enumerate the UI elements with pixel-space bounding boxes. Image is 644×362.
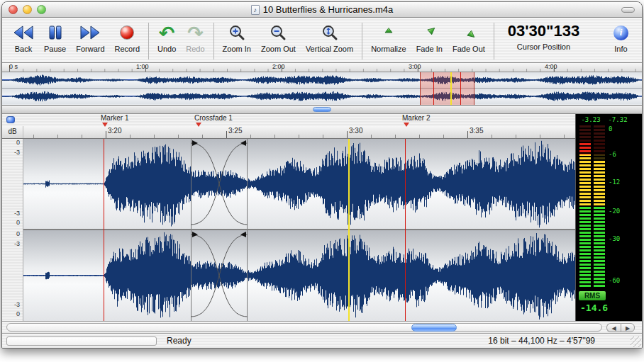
marker[interactable]: Marker 2 [402, 115, 430, 130]
zoom-button[interactable] [37, 5, 46, 14]
marker[interactable]: Crossfade 1 [194, 115, 233, 130]
playback-cursor-line[interactable] [348, 139, 350, 321]
db-value: 0 [16, 140, 20, 146]
channel-left[interactable] [23, 139, 575, 229]
marker-label: Crossfade 1 [194, 115, 233, 122]
close-button[interactable] [9, 5, 18, 14]
overview-waveform-left[interactable] [2, 72, 642, 88]
waveform-channel-left[interactable] [23, 139, 575, 229]
info-icon: i [614, 21, 628, 45]
zoom-in-button[interactable]: Zoom In [218, 19, 256, 62]
crossfade-left-handle-icon [192, 140, 198, 146]
pause-button[interactable]: Pause [39, 19, 71, 62]
overview-marker-line [433, 72, 434, 105]
ov-ruler-label: 3:00 [409, 63, 421, 70]
marker-line-1[interactable] [104, 139, 104, 321]
record-button[interactable]: Record [110, 19, 145, 62]
marker-flag-icon[interactable] [102, 123, 108, 130]
status-text: Ready [167, 336, 191, 346]
channel-right[interactable] [23, 230, 575, 321]
undo-button[interactable]: ↶ Undo [152, 19, 181, 62]
info-label: Info [614, 45, 627, 53]
peak-value-left: -3.23 [577, 116, 604, 123]
scrollbar-track[interactable] [6, 323, 602, 332]
pane-splitter[interactable] [2, 106, 642, 114]
vertical-zoom-label: Vertical Zoom [306, 45, 353, 53]
back-button[interactable]: Back [8, 19, 39, 62]
db-value: -3 [14, 241, 20, 247]
overview-timeline-ruler[interactable]: 0 s 1:00 2:00 3:00 4:00 [2, 63, 642, 72]
ruler-tick-label: 3:35 [470, 127, 483, 135]
info-button[interactable]: i Info [609, 19, 633, 62]
toolbar-toggle-button[interactable] [621, 7, 635, 13]
record-label: Record [115, 45, 140, 53]
fade-in-icon [421, 21, 438, 45]
marker-lane[interactable]: Marker 1 Crossfade 1 Marker 2 [2, 114, 575, 126]
crossfade-right-handle-icon [240, 232, 246, 237]
vertical-zoom-button[interactable]: Vertical Zoom [301, 19, 358, 62]
crossfade-region[interactable] [191, 139, 248, 229]
zoom-in-label: Zoom In [223, 45, 251, 53]
zoom-out-icon [270, 21, 287, 45]
document-icon: ♪ [251, 5, 260, 15]
peak-value-right: -7.32 [604, 116, 631, 123]
window-title: 10 Butterflies & Hurricanes.m4a [263, 4, 394, 15]
minimize-button[interactable] [23, 5, 32, 14]
ov-ruler-label: 1:00 [136, 63, 149, 70]
marker-line-2[interactable] [405, 139, 406, 321]
db-label: dB [2, 126, 23, 138]
marker-flag-icon[interactable] [196, 123, 201, 130]
cursor-position-value: 03'30"133 [508, 22, 579, 40]
scrollbar-thumb[interactable] [411, 324, 457, 332]
crossfade-right-handle-icon [240, 140, 246, 146]
overview-cursor-line [450, 72, 452, 105]
format-info: 16 bit – 44,100 Hz – 4'57"99 [488, 336, 595, 346]
marker-label: Marker 1 [101, 115, 128, 122]
scroll-right-button[interactable]: ▶ [621, 323, 635, 332]
meter-scale-value: -30 [609, 235, 620, 242]
scroll-left-button[interactable]: ◀ [606, 323, 621, 332]
meter-scale-value: 0 [609, 125, 612, 132]
time-ruler-row: dB 3:20 3:25 3:30 3:35 [2, 126, 575, 139]
title-bar[interactable]: ♪ 10 Butterflies & Hurricanes.m4a [2, 2, 642, 18]
overview-waveform[interactable] [2, 72, 642, 106]
normalize-button[interactable]: Normalize [366, 19, 411, 62]
meter-bar-left [579, 125, 591, 287]
db-value: -3 [14, 210, 20, 217]
meter-scale-value: -12 [609, 179, 620, 186]
db-value: -3 [14, 149, 20, 156]
zoom-out-button[interactable]: Zoom Out [256, 19, 301, 62]
window-controls [9, 5, 46, 14]
meter-scale-value: -60 [609, 277, 620, 284]
db-scale: 0 -3 -3 0 0 -3 -3 0 [2, 139, 23, 321]
meter-scale-value: -20 [609, 208, 620, 215]
splitter-handle-icon[interactable] [313, 107, 331, 112]
db-value: 0 [16, 220, 20, 226]
redo-button[interactable]: ↷ Redo [181, 19, 209, 62]
fade-out-label: Fade Out [453, 45, 485, 53]
vertical-zoom-icon [321, 21, 338, 45]
waveform-channel-right[interactable] [23, 230, 575, 321]
forward-button[interactable]: Forward [71, 19, 109, 62]
marker-flag-icon[interactable] [404, 123, 409, 130]
record-icon [120, 21, 134, 45]
overview-waveform-right[interactable] [2, 89, 642, 104]
meter-scale-value: -6 [609, 151, 616, 158]
tool-mode-icon[interactable] [6, 116, 15, 123]
pause-icon [48, 21, 63, 45]
undo-label: Undo [157, 45, 176, 53]
fade-out-icon [460, 21, 477, 45]
rms-value: -14.6 [580, 302, 642, 313]
marker-label: Marker 2 [402, 115, 430, 122]
fade-in-button[interactable]: Fade In [411, 19, 448, 62]
overview-selection[interactable] [420, 72, 474, 105]
back-label: Back [15, 45, 32, 53]
crossfade-region[interactable] [191, 230, 248, 321]
resize-grip[interactable] [631, 336, 641, 347]
waveform-editor[interactable] [23, 139, 575, 321]
meter-scale: 0 -6 -12 -20 -30 -60 [609, 125, 642, 287]
zoom-in-icon [228, 21, 245, 45]
marker[interactable]: Marker 1 [101, 115, 128, 130]
fade-out-button[interactable]: Fade Out [448, 19, 490, 62]
redo-label: Redo [186, 45, 204, 53]
